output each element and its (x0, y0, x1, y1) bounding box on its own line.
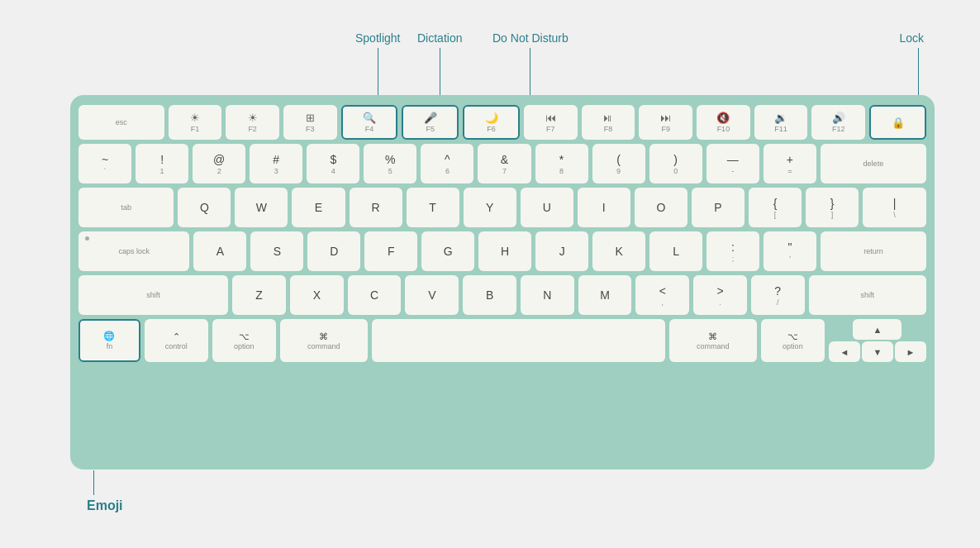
key-option-right[interactable]: ⌥ option (761, 319, 825, 362)
lock-label: Lock (899, 31, 924, 104)
key-f12[interactable]: 🔊F12 (811, 105, 865, 140)
arrow-key-cluster: ▲ ◄ ▼ ► (829, 319, 926, 362)
key-9[interactable]: (9 (592, 144, 645, 183)
key-p[interactable]: P (692, 188, 745, 227)
key-6[interactable]: ^6 (421, 144, 473, 183)
key-arrow-left[interactable]: ◄ (829, 341, 860, 362)
key-esc[interactable]: esc (78, 105, 164, 140)
key-period[interactable]: >. (693, 275, 747, 315)
spotlight-label: Spotlight (355, 31, 400, 104)
key-7[interactable]: &7 (478, 144, 530, 183)
key-capslock[interactable]: caps lock (78, 231, 189, 271)
key-lock[interactable]: 🔒 (869, 105, 926, 140)
key-r[interactable]: R (350, 188, 402, 227)
key-f2[interactable]: ☀F2 (226, 105, 279, 140)
key-v[interactable]: V (405, 275, 459, 315)
key-arrow-down[interactable]: ▼ (862, 341, 893, 362)
key-h[interactable]: H (478, 231, 531, 271)
key-arrow-up[interactable]: ▲ (853, 319, 902, 340)
key-tab[interactable]: tab (78, 188, 174, 227)
key-return[interactable]: return (821, 231, 926, 271)
key-y[interactable]: Y (464, 188, 516, 227)
key-d[interactable]: D (307, 231, 360, 271)
key-c[interactable]: C (348, 275, 402, 315)
key-command-left[interactable]: ⌘ command (280, 319, 368, 362)
key-backslash[interactable]: |\ (863, 188, 926, 227)
key-slash[interactable]: ?/ (751, 275, 805, 315)
key-5[interactable]: %5 (364, 144, 416, 183)
key-f[interactable]: F (364, 231, 417, 271)
keyboard: esc ☀F1 ☀F2 ⊞F3 🔍F4 🎤F5 🌙F6 ⏮F7 ⏯F8 ⏭F9 … (70, 95, 935, 469)
key-control[interactable]: ⌃ control (145, 319, 208, 362)
key-a[interactable]: A (193, 231, 246, 271)
key-f9[interactable]: ⏭F9 (639, 105, 692, 140)
key-1[interactable]: !1 (136, 144, 188, 183)
key-f8[interactable]: ⏯F8 (582, 105, 635, 140)
key-f1[interactable]: ☀F1 (169, 105, 222, 140)
key-g[interactable]: G (421, 231, 474, 271)
key-2[interactable]: @2 (193, 144, 245, 183)
modifier-key-row: 🌐 fn ⌃ control ⌥ option ⌘ command ⌘ comm… (78, 319, 926, 362)
key-quote[interactable]: "' (764, 231, 816, 271)
key-f11[interactable]: 🔉F11 (754, 105, 808, 140)
key-shift-left[interactable]: shift (78, 275, 228, 315)
key-open-bracket[interactable]: {[ (749, 188, 802, 227)
number-key-row: ~` !1 @2 #3 $4 %5 ^6 &7 *8 (9 )0 —- += d… (78, 144, 926, 183)
key-q[interactable]: Q (178, 188, 231, 227)
key-w[interactable]: W (235, 188, 288, 227)
key-x[interactable]: X (290, 275, 344, 315)
key-close-bracket[interactable]: }] (806, 188, 859, 227)
key-semicolon[interactable]: :; (706, 231, 759, 271)
key-shift-right[interactable]: shift (809, 275, 926, 315)
key-u[interactable]: U (521, 188, 573, 227)
asdf-key-row: caps lock A S D F G H J K L :; "' return (78, 231, 926, 271)
key-f5[interactable]: 🎤F5 (402, 105, 459, 140)
key-f10[interactable]: 🔇F10 (697, 105, 750, 140)
key-arrow-right[interactable]: ► (895, 341, 926, 362)
key-equals[interactable]: += (764, 144, 816, 183)
key-minus[interactable]: —- (706, 144, 759, 183)
zxcv-key-row: shift Z X C V B N M <, >. ?/ shift (78, 275, 926, 315)
key-b[interactable]: B (463, 275, 516, 315)
key-4[interactable]: $4 (307, 144, 359, 183)
key-command-right[interactable]: ⌘ command (669, 319, 757, 362)
key-comma[interactable]: <, (635, 275, 689, 315)
emoji-label: Emoji (87, 470, 123, 513)
dictation-label: Dictation (417, 31, 462, 104)
key-delete[interactable]: delete (821, 144, 926, 183)
key-f3[interactable]: ⊞F3 (283, 105, 337, 140)
key-f4[interactable]: 🔍F4 (341, 105, 398, 140)
key-k[interactable]: K (592, 231, 645, 271)
key-l[interactable]: L (649, 231, 702, 271)
page-container: Spotlight Dictation Do Not Disturb Lock … (0, 0, 980, 548)
key-option-left[interactable]: ⌥ option (212, 319, 276, 362)
key-fn[interactable]: 🌐 fn (78, 319, 140, 362)
key-i[interactable]: I (578, 188, 630, 227)
key-o[interactable]: O (635, 188, 687, 227)
key-s[interactable]: S (250, 231, 303, 271)
do-not-disturb-label: Do Not Disturb (492, 31, 568, 104)
key-t[interactable]: T (407, 188, 459, 227)
key-f7[interactable]: ⏮F7 (524, 105, 578, 140)
key-backtick[interactable]: ~` (78, 144, 131, 183)
qwerty-key-row: tab Q W E R T Y U I O P {[ }] |\ (78, 188, 926, 227)
key-space[interactable] (372, 319, 665, 362)
key-3[interactable]: #3 (250, 144, 302, 183)
key-8[interactable]: *8 (535, 144, 588, 183)
key-f6[interactable]: 🌙F6 (463, 105, 520, 140)
key-j[interactable]: J (535, 231, 588, 271)
key-n[interactable]: N (521, 275, 574, 315)
key-m[interactable]: M (578, 275, 632, 315)
key-e[interactable]: E (292, 188, 345, 227)
key-z[interactable]: Z (232, 275, 286, 315)
key-0[interactable]: )0 (649, 144, 702, 183)
fn-key-row: esc ☀F1 ☀F2 ⊞F3 🔍F4 🎤F5 🌙F6 ⏮F7 ⏯F8 ⏭F9 … (78, 105, 926, 140)
